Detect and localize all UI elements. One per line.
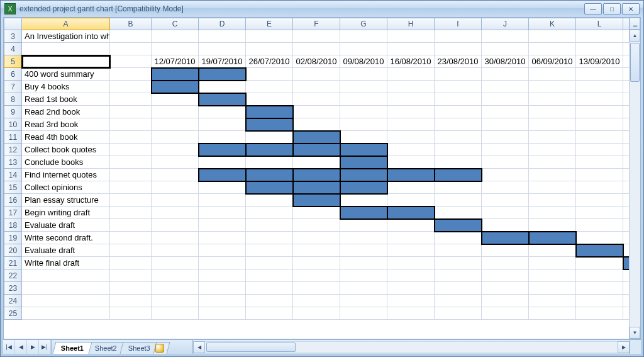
cell[interactable] [152,194,199,207]
cell[interactable] [199,30,246,43]
sheet-tab[interactable]: Sheet1 [52,342,92,354]
column-header[interactable]: C [152,18,199,30]
task-name-cell[interactable]: Find internet quotes [22,169,110,181]
cell[interactable] [387,269,435,282]
cell[interactable] [435,118,482,131]
cell[interactable] [387,181,435,194]
cell[interactable] [576,131,623,144]
task-name-cell[interactable]: Write final draft [22,257,110,269]
cell[interactable] [199,244,246,257]
cell[interactable] [340,68,387,81]
cell[interactable] [110,55,152,68]
cell[interactable] [387,156,435,169]
row-header[interactable]: 22 [4,269,22,282]
cell[interactable] [199,81,246,93]
cell[interactable] [152,30,199,43]
cell[interactable] [529,106,576,118]
cell[interactable] [293,118,340,131]
gantt-bar-cell[interactable] [340,169,387,181]
cell[interactable] [482,144,529,156]
column-header[interactable]: B [110,18,152,30]
scroll-left-button[interactable]: ◀ [193,341,205,353]
gantt-bar-cell[interactable] [199,169,246,181]
cell[interactable] [529,68,576,81]
column-header[interactable]: K [529,18,576,30]
cell[interactable] [623,295,630,307]
select-all-cell[interactable] [4,18,22,30]
cell[interactable] [110,68,152,81]
cell[interactable] [246,156,293,169]
cell[interactable] [293,106,340,118]
cell[interactable] [623,43,630,55]
cell[interactable] [110,144,152,156]
cell[interactable] [435,144,482,156]
cell[interactable] [623,219,630,232]
scroll-split-top-icon[interactable]: ▁ [630,18,640,30]
cell[interactable] [293,219,340,232]
cell[interactable] [623,106,630,118]
cell[interactable] [110,106,152,118]
cell[interactable] [387,93,435,106]
gantt-bar-cell[interactable] [340,181,387,194]
cell[interactable] [22,307,110,320]
cell[interactable] [482,244,529,257]
cell[interactable] [199,207,246,219]
cell[interactable] [152,269,199,282]
cell[interactable] [529,81,576,93]
cell[interactable] [293,207,340,219]
cell[interactable] [435,244,482,257]
cell[interactable] [246,194,293,207]
task-name-cell[interactable]: Collect opinions [22,181,110,194]
new-sheet-button[interactable] [153,342,170,354]
title-cell[interactable]: An Investigation into whether pure rando… [22,30,110,43]
column-header[interactable]: E [246,18,293,30]
cell[interactable] [482,43,529,55]
row-header[interactable]: 12 [4,144,22,156]
cell[interactable] [623,194,630,207]
cell[interactable] [576,269,623,282]
column-header[interactable]: I [435,18,482,30]
column-header[interactable]: D [199,18,246,30]
date-header-cell[interactable]: 06/09/2010 [529,55,576,68]
date-header-cell[interactable]: 13/09/2010 [576,55,623,68]
cell[interactable] [293,244,340,257]
gantt-bar-cell[interactable] [529,232,576,244]
cell[interactable] [152,244,199,257]
cell[interactable] [482,181,529,194]
gantt-bar-cell[interactable] [246,144,293,156]
date-header-cell[interactable]: 19/07/2010 [199,55,246,68]
cell[interactable] [387,106,435,118]
cell[interactable] [623,118,630,131]
cell[interactable] [152,106,199,118]
gantt-bar-cell[interactable] [435,219,482,232]
row-header[interactable]: 25 [4,307,22,320]
cell[interactable] [199,156,246,169]
cell[interactable] [623,55,630,68]
date-header-cell[interactable]: 09/08/2010 [340,55,387,68]
cell[interactable] [529,169,576,181]
cell[interactable] [435,295,482,307]
cell[interactable] [482,118,529,131]
cell[interactable] [435,232,482,244]
task-name-cell[interactable]: Conclude books [22,156,110,169]
cell[interactable] [152,169,199,181]
cell[interactable] [576,181,623,194]
cell[interactable] [482,295,529,307]
cell[interactable] [340,269,387,282]
cell[interactable] [435,106,482,118]
date-header-cell[interactable]: 23/08/2010 [435,55,482,68]
cell[interactable] [246,207,293,219]
cell[interactable] [623,131,630,144]
cell[interactable] [576,93,623,106]
cell[interactable] [110,295,152,307]
cell[interactable] [387,30,435,43]
cell[interactable] [199,282,246,295]
cell[interactable] [435,257,482,269]
cell[interactable] [199,307,246,320]
cell[interactable] [110,257,152,269]
gantt-bar-cell[interactable] [340,144,387,156]
cell[interactable] [529,307,576,320]
row-header[interactable]: 15 [4,181,22,194]
cell[interactable] [387,81,435,93]
date-header-cell[interactable]: 02/08/2010 [293,55,340,68]
